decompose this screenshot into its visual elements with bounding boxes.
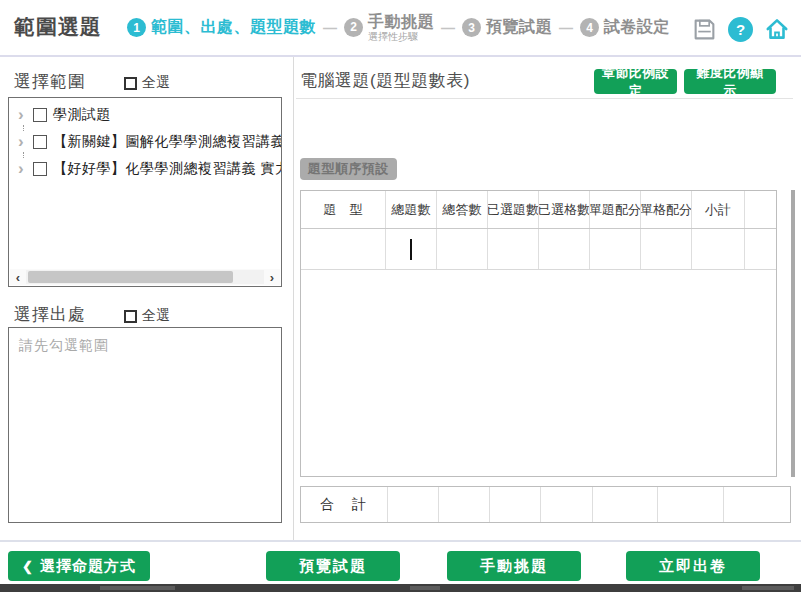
range-tree: › 學測試題 › 【新關鍵】圖解化學學測總複習講義 隨堂 › 【好好學】化學學測… — [9, 98, 281, 179]
total-cell — [541, 487, 593, 522]
total-cell — [490, 487, 541, 522]
header-points-per-blank: 單格配分 — [641, 191, 692, 228]
table-header-row: 題 型 總題數 總答數 已選題數 已選格數 單題配分 單格配分 小計 — [301, 191, 776, 229]
header-icons: ? — [691, 16, 790, 42]
range-select-all-checkbox[interactable] — [124, 77, 137, 90]
step-2-subtitle: 選擇性步驟 — [368, 31, 434, 43]
step-separator: — — [559, 20, 573, 36]
step-2-manual-pick[interactable]: 2 手動挑題 選擇性步驟 — [344, 13, 434, 43]
app-window: 範圍選題 1 範圍、出處、題型題數 — 2 手動挑題 選擇性步驟 — 3 預覽試… — [0, 0, 801, 592]
step-3-label: 預覽試題 — [486, 17, 552, 38]
header-question-type: 題 型 — [301, 191, 386, 228]
step-4-number: 4 — [580, 18, 599, 37]
total-cell — [593, 487, 658, 522]
chapter-ratio-button[interactable]: 章節比例設定 — [594, 69, 677, 94]
type-order-preset-button[interactable]: 題型順序預設 — [300, 158, 397, 180]
header-subtotal: 小計 — [692, 191, 745, 228]
total-row: 合 計 — [300, 486, 791, 523]
header-empty — [745, 191, 776, 228]
step-1-label: 範圍、出處、題型題數 — [151, 17, 316, 38]
manual-pick-button[interactable]: 手動挑題 — [447, 551, 581, 581]
step-separator: — — [323, 20, 337, 36]
background-window-fragment — [100, 586, 175, 590]
table-input-cell[interactable] — [437, 229, 488, 269]
table-input-cell[interactable] — [641, 229, 692, 269]
step-3-number: 3 — [462, 18, 481, 37]
range-select-all[interactable]: 全選 — [124, 74, 170, 92]
home-icon[interactable] — [764, 16, 790, 42]
expand-chevron-icon[interactable]: › — [18, 160, 27, 177]
table-input-cell[interactable] — [590, 229, 641, 269]
page-title: 範圍選題 — [14, 13, 102, 41]
total-cell — [658, 487, 724, 522]
step-separator: — — [441, 20, 455, 36]
table-row — [301, 229, 776, 270]
step-2-number: 2 — [344, 18, 363, 37]
total-label: 合 計 — [301, 487, 388, 522]
background-window-fragment — [410, 586, 440, 590]
header-selected-questions: 已選題數 — [488, 191, 539, 228]
tree-item-label: 【好好學】化學學測總複習講義 實力評量 — [53, 160, 281, 178]
range-select-all-label: 全選 — [142, 74, 170, 92]
step-1-range[interactable]: 1 範圍、出處、題型題數 — [127, 17, 316, 38]
scroll-left-arrow[interactable]: ‹ — [10, 269, 26, 285]
step-4-paper-settings[interactable]: 4 試卷設定 — [580, 17, 670, 38]
help-icon[interactable]: ? — [728, 17, 753, 42]
total-cell — [388, 487, 439, 522]
tree-item-label: 【新關鍵】圖解化學學測總複習講義 隨堂 — [53, 133, 281, 151]
source-select-all-label: 全選 — [142, 307, 170, 325]
scrollbar-thumb[interactable] — [28, 271, 233, 283]
tree-item-checkbox[interactable] — [33, 108, 47, 122]
computer-select-title: 電腦選題(題型題數表) — [300, 69, 470, 92]
tree-item-exam-questions[interactable]: › 學測試題 — [9, 104, 281, 125]
tree-item-label: 學測試題 — [53, 106, 111, 124]
question-type-table: 題 型 總題數 總答數 已選題數 已選格數 單題配分 單格配分 小計 — [300, 190, 777, 477]
footer-divider — [0, 540, 801, 542]
tree-item-new-key-book[interactable]: › 【新關鍵】圖解化學學測總複習講義 隨堂 — [9, 131, 281, 152]
table-input-cell[interactable] — [301, 229, 386, 269]
chevron-left-icon: ❮ — [22, 559, 34, 574]
text-caret — [410, 239, 412, 260]
total-cell — [724, 487, 790, 522]
table-input-cell-active[interactable] — [386, 229, 437, 269]
table-input-cell[interactable] — [488, 229, 539, 269]
total-cell — [439, 487, 490, 522]
step-1-number: 1 — [127, 18, 146, 37]
table-scrollbar[interactable] — [791, 190, 795, 477]
expand-chevron-icon[interactable]: › — [18, 133, 27, 150]
step-4-label: 試卷設定 — [604, 17, 670, 38]
section-divider — [296, 98, 793, 99]
header-total-answers: 總答數 — [437, 191, 488, 228]
step-2-label: 手動挑題 — [368, 13, 434, 31]
range-section-title: 選擇範圍 — [14, 70, 86, 93]
step-3-preview[interactable]: 3 預覽試題 — [462, 17, 552, 38]
source-placeholder-text: 請先勾選範圍 — [19, 337, 271, 355]
tree-item-checkbox[interactable] — [33, 162, 47, 176]
header-points-per-question: 單題配分 — [590, 191, 641, 228]
scroll-right-arrow[interactable]: › — [264, 269, 280, 285]
source-select-all-checkbox[interactable] — [124, 310, 137, 323]
source-select-all[interactable]: 全選 — [124, 307, 170, 325]
wizard-stepper: 1 範圍、出處、題型題數 — 2 手動挑題 選擇性步驟 — 3 預覽試題 — 4… — [127, 0, 670, 55]
panel-divider — [293, 57, 294, 540]
difficulty-ratio-button[interactable]: 難度比例顯示 — [684, 69, 776, 94]
scrollbar-track[interactable] — [26, 270, 264, 284]
header-bar: 範圍選題 1 範圍、出處、題型題數 — 2 手動挑題 選擇性步驟 — 3 預覽試… — [0, 0, 801, 57]
table-input-cell[interactable] — [539, 229, 590, 269]
generate-paper-button[interactable]: 立即出卷 — [626, 551, 760, 581]
background-window-fragment — [742, 586, 794, 590]
back-to-method-button[interactable]: ❮ 選擇命題方式 — [8, 551, 150, 581]
header-selected-blanks: 已選格數 — [539, 191, 590, 228]
preview-questions-button[interactable]: 預覽試題 — [266, 551, 400, 581]
range-tree-listbox[interactable]: › 學測試題 › 【新關鍵】圖解化學學測總複習講義 隨堂 › 【好好學】化學學測… — [8, 97, 282, 287]
tree-item-checkbox[interactable] — [33, 135, 47, 149]
tree-item-good-study-book[interactable]: › 【好好學】化學學測總複習講義 實力評量 — [9, 158, 281, 179]
save-icon[interactable] — [691, 16, 717, 42]
back-button-label: 選擇命題方式 — [40, 557, 136, 576]
expand-chevron-icon[interactable]: › — [18, 106, 27, 123]
source-section-title: 選擇出處 — [14, 303, 86, 326]
horizontal-scrollbar[interactable]: ‹ › — [10, 269, 280, 285]
table-input-cell[interactable] — [692, 229, 745, 269]
table-input-cell[interactable] — [745, 229, 776, 269]
source-listbox[interactable]: 請先勾選範圍 — [8, 327, 282, 523]
